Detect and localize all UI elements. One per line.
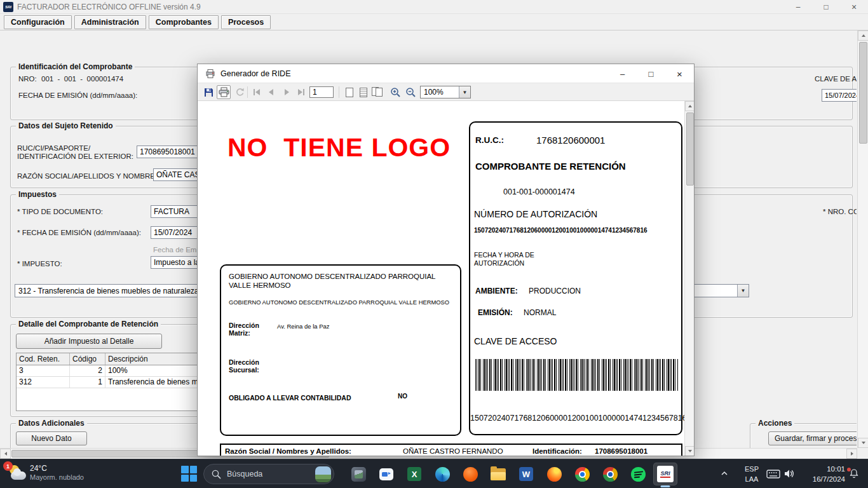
guardar-firmar-button[interactable]: Guardar, firmar y procesa: [768, 431, 857, 445]
taskbar-app-spotify[interactable]: [627, 463, 649, 485]
menu-procesos[interactable]: Procesos: [221, 15, 271, 29]
page-number-input[interactable]: 1: [309, 86, 334, 98]
taskbar-app-firefox[interactable]: [543, 463, 566, 485]
razon-social-label: RAZÓN SOCIAL/APELLIDOS Y NOMBRES:: [17, 172, 162, 180]
page-layout-double-button[interactable]: [370, 85, 384, 99]
weather-condition[interactable]: Mayorm. nublado: [30, 473, 84, 481]
column-header-codigo[interactable]: Código: [70, 353, 105, 365]
zoom-in-button[interactable]: [388, 85, 402, 99]
taskbar-app-chrome[interactable]: [571, 463, 593, 485]
dialog-maximize-button[interactable]: □: [637, 64, 665, 83]
minimize-icon: –: [796, 3, 801, 11]
save-icon: [203, 87, 214, 98]
taskbar-app-chrome-2[interactable]: [599, 463, 621, 485]
identificacion-label: Identificación:: [532, 447, 582, 455]
search-input[interactable]: Búsqueda: [203, 464, 334, 484]
menu-configuracion[interactable]: Configuración: [4, 15, 72, 29]
taskbar-app-edge[interactable]: [431, 463, 454, 485]
taskbar-app-file-explorer[interactable]: [487, 463, 510, 485]
scroll-up-icon[interactable]: [858, 30, 868, 41]
cell-codigo[interactable]: 2: [70, 365, 105, 376]
numero-autorizacion-label: NÚMERO DE AUTORIZACIÓN: [474, 209, 597, 219]
contabilidad-value: NO: [398, 393, 407, 400]
sujeto-box: Razón Social / Nombres y Apellidos: OÑAT…: [220, 444, 682, 456]
codigo-retencion-value: 312 - Transferencia de bienes muebles de…: [18, 287, 212, 295]
fecha-emision-field[interactable]: 15/07/2024: [822, 89, 857, 102]
group-acciones-title: Acciones: [756, 419, 794, 428]
minimize-button[interactable]: –: [784, 0, 812, 14]
column-header-cod-reten[interactable]: Cod. Reten.: [17, 353, 70, 365]
word-icon: W: [519, 467, 533, 481]
chevron-down-icon[interactable]: ▼: [737, 285, 749, 297]
dialog-minimize-button[interactable]: –: [608, 64, 637, 83]
toolbar-separator: [339, 86, 339, 98]
taskbar-app-photos[interactable]: [347, 463, 370, 485]
menu-comprobantes[interactable]: Comprobantes: [149, 15, 219, 29]
nuevo-dato-button[interactable]: Nuevo Dato: [16, 431, 87, 445]
zoom-out-button[interactable]: [403, 85, 417, 99]
language-indicator[interactable]: ESP LAA: [740, 464, 764, 484]
scroll-left-icon[interactable]: [0, 449, 11, 459]
cell-cod-reten[interactable]: 3: [17, 365, 70, 376]
scroll-up-icon[interactable]: [685, 101, 695, 111]
no-logo-text: NO TIENE LOGO: [227, 133, 451, 163]
touch-keyboard-icon[interactable]: [766, 469, 780, 482]
contabilidad-label: OBLIGADO A LLEVAR CONTABILIDAD: [229, 394, 351, 402]
taskbar-app-chat[interactable]: [375, 463, 398, 485]
taskbar-app-excel[interactable]: X: [403, 463, 426, 485]
page-layout-text-button[interactable]: [356, 85, 370, 99]
vertical-scroll-thumb[interactable]: [859, 42, 867, 144]
emisor-box: GOBIERNO AUTONOMO DESCENTRALIZADO PARROQ…: [220, 264, 461, 436]
cell-codigo[interactable]: 1: [70, 377, 105, 388]
photos-icon: [351, 467, 366, 482]
notification-bell-icon[interactable]: [849, 468, 859, 482]
clock[interactable]: 10:01 16/7/2024: [798, 464, 845, 484]
start-button[interactable]: [181, 466, 197, 482]
language-line1: ESP: [740, 464, 764, 474]
taskbar-app-browser[interactable]: [459, 463, 482, 485]
scroll-down-icon[interactable]: [685, 446, 695, 456]
page-layout-single-button[interactable]: [342, 85, 356, 99]
excel-icon: X: [407, 467, 421, 481]
chevron-down-icon[interactable]: ▼: [459, 86, 470, 98]
windows-logo-icon: [181, 466, 189, 473]
screen: SRI FACTURADOR ELECTRÓNICO OFFLINE versi…: [0, 0, 868, 488]
next-page-button[interactable]: [279, 85, 293, 99]
add-impuesto-button[interactable]: Añadir Impuesto al Detalle: [16, 334, 162, 349]
close-button[interactable]: ×: [840, 0, 868, 14]
search-icon: [212, 470, 221, 479]
zoom-level-dropdown[interactable]: 100% ▼: [420, 86, 471, 98]
dialog-close-button[interactable]: ×: [665, 64, 694, 83]
dialog-titlebar[interactable]: Generador de RIDE – □ ×: [198, 64, 694, 83]
scroll-right-icon[interactable]: [846, 449, 857, 459]
main-titlebar[interactable]: SRI FACTURADOR ELECTRÓNICO OFFLINE versi…: [0, 0, 868, 14]
print-button[interactable]: [217, 85, 231, 99]
language-line2: LAA: [740, 474, 764, 484]
maximize-icon: □: [824, 3, 828, 11]
main-vertical-scrollbar[interactable]: [857, 30, 868, 448]
autorizacion-box: R.U.C.: 1768120600001 COMPROBANTE DE RET…: [469, 121, 682, 435]
document-scroll-thumb[interactable]: [686, 112, 694, 186]
last-page-button[interactable]: [294, 85, 308, 99]
close-icon: ×: [677, 69, 682, 79]
document-scrollbar[interactable]: [684, 101, 695, 456]
impuesto-label: * IMPUESTO:: [17, 260, 62, 268]
weather-temperature[interactable]: 24°C: [30, 464, 47, 473]
previous-page-button[interactable]: [264, 85, 278, 99]
volume-icon[interactable]: [783, 468, 794, 482]
tray-chevron-up-icon[interactable]: [720, 469, 729, 478]
refresh-button[interactable]: [233, 85, 247, 99]
ride-document-preview[interactable]: NO TIENE LOGO R.U.C.: 1768120600001 COMP…: [198, 101, 684, 456]
first-page-button[interactable]: [250, 85, 264, 99]
cell-cod-reten[interactable]: 312: [17, 377, 70, 388]
taskbar-app-word[interactable]: W: [515, 463, 538, 485]
ruc-label-line1: RUC/CI/PASAPORTE/: [17, 144, 90, 152]
maximize-button[interactable]: □: [812, 0, 840, 14]
save-button[interactable]: [201, 85, 215, 99]
taskbar-app-sri-active[interactable]: SRI: [653, 463, 677, 485]
scroll-down-icon[interactable]: [858, 438, 868, 448]
search-highlight-image[interactable]: [315, 466, 331, 482]
emisor-nombre-comercial: GOBIERNO AUTONOMO DESCENTRALIZADO PARROQ…: [229, 299, 449, 306]
menu-administracion[interactable]: Administración: [74, 15, 146, 29]
identificacion-value: 1708695018001: [595, 447, 648, 455]
